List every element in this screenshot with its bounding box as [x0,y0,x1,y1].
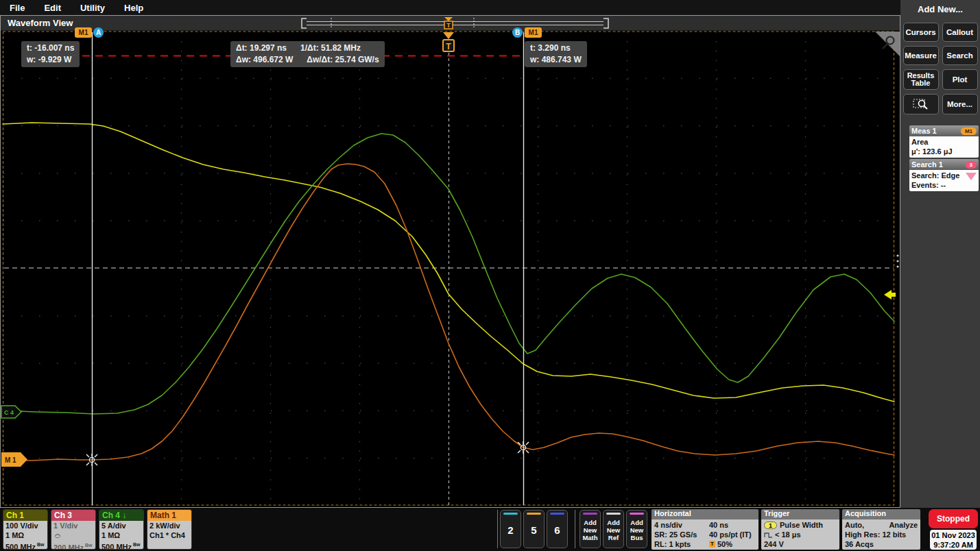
channel-6-button[interactable]: 6 [547,510,568,548]
add-callout-button[interactable]: Callout [942,23,978,42]
horizontal-title: Horizontal [652,509,758,519]
trigger-title: Trigger [761,509,839,519]
bandwidth-badge: Bw [84,543,92,548]
math1-reference-label: M 1 [5,456,16,464]
channel-badge-ch-1[interactable]: Ch 1100 V/div1 MΩ500 MHz Bw [3,509,48,550]
add-new-math-button[interactable]: AddNewMath [579,510,601,548]
add-new-ref-button[interactable]: AddNewRef [603,510,624,548]
trigger-flag-t: T [446,42,451,51]
channel-badge-math-1[interactable]: Math 12 kW/divCh1 * Ch4 [147,509,192,550]
cursor-b-source-badge[interactable]: M1 [525,27,542,38]
search-edge-slope-icon[interactable] [966,173,977,180]
run-stop-button[interactable]: Stopped [929,509,978,528]
overview-left-bracket [302,19,307,28]
overview-right-bracket [603,19,608,28]
date-text: 01 Nov 2023 [930,530,977,540]
meas-1-type: Area [911,137,977,147]
cursor-a-source-badge[interactable]: M1 [75,27,92,38]
overview-trigger-arrow-icon[interactable] [444,17,453,21]
waveform-view-title: Waveform View [8,18,73,28]
results-bar: Add New... Cursors Callout Measure Searc… [900,0,980,508]
cursor-b-readout: t: 3.290 ns w: 486.743 W [525,41,587,67]
add-cursors-button[interactable]: Cursors [903,23,939,42]
add-results-table-button[interactable]: Results Table [903,69,939,90]
menu-utility[interactable]: Utility [80,3,105,13]
waveform-view: Waveform View T [0,15,900,508]
panel-drag-handle[interactable] [896,254,898,267]
cursor-a-badge[interactable]: A [93,27,104,38]
add-measure-button[interactable]: Measure [903,46,939,65]
oscilloscope-app: FileEditUtilityHelp Waveform View T [0,0,980,551]
coupling-icon [53,531,62,539]
add-plot-button[interactable]: Plot [942,69,978,90]
acquisition-title: Acquisition [842,509,920,519]
acquisition-panel[interactable]: Acquisition Auto,Analyze High Res: 12 bi… [842,509,920,550]
meas-1-value: μ': 123.6 μJ [911,147,977,156]
meas-1-panel[interactable]: Meas 1 M1 Area μ': 123.6 μJ [909,125,979,158]
add-new-title: Add New... [900,4,980,14]
menu-file[interactable]: File [10,3,25,13]
cursor-a-readout: t: -16.007 ns w: -9.929 W [21,41,80,67]
menu-bar: FileEditUtilityHelp [0,0,900,15]
trigger-position-icon: T [709,541,715,548]
bandwidth-badge: Bw [36,542,44,547]
search-1-events: Events: -- [911,180,977,190]
meas-1-source-badge: M1 [961,127,977,135]
graticule-area[interactable]: T C 4 M 1 M1 A B M1 t: -16.007 ns w: - [1,31,900,507]
search-1-count-badge: 3 [966,161,977,169]
trigger-panel[interactable]: Trigger 1Pulse Width < 18 μs 244 V [761,509,839,550]
menu-edit[interactable]: Edit [44,3,61,13]
zoom-tool-button[interactable] [903,94,939,114]
time-text: 9:37:20 AM [930,540,977,550]
cursor-delta-readout: Δt: 19.297 ns1/Δt: 51.82 MHz Δw: 496.672… [230,41,385,67]
waveform-view-titlebar: Waveform View T [1,16,900,31]
channel-5-button[interactable]: 5 [523,510,545,548]
settings-bar: Ch 1100 V/div1 MΩ500 MHz BwCh 31 V/div20… [0,508,980,551]
datetime-display: 01 Nov 2023 9:37:20 AM [930,530,977,550]
channel-2-button[interactable]: 2 [500,510,521,548]
toolbar-divider [575,510,575,548]
more-button[interactable]: More... [942,94,978,114]
cursor-b-badge[interactable]: B [512,27,523,38]
ch4-reference-label: C 4 [4,409,14,416]
bandwidth-badge: Bw [132,542,140,547]
channel-badge-ch-4[interactable]: Ch 4 ↓5 A/div1 MΩ500 MHz Bw [99,509,144,550]
channel-badge-ch-3[interactable]: Ch 31 V/div200 MHz Bw [51,509,96,550]
trigger-source-badge: 1 [764,522,777,529]
menu-help[interactable]: Help [124,3,143,13]
zoom-tool-icon [913,98,929,110]
meas-1-title: Meas 1 [911,127,937,135]
trigger-flag-arrow-icon[interactable] [443,32,454,39]
pulse-width-icon [764,531,773,538]
search-1-panel[interactable]: Search 1 3 Search: Edge Events: -- [909,159,979,191]
toolbar-divider [497,510,498,548]
horizontal-overview-bar[interactable]: T [300,17,610,32]
add-new-bus-button[interactable]: AddNewBus [626,510,647,548]
search-1-title: Search 1 [911,160,943,169]
horizontal-panel[interactable]: Horizontal 4 ns/div40 ns SR: 25 GS/s40 p… [652,509,758,550]
overview-trigger-t: T [446,22,451,29]
add-search-button[interactable]: Search [942,46,978,65]
